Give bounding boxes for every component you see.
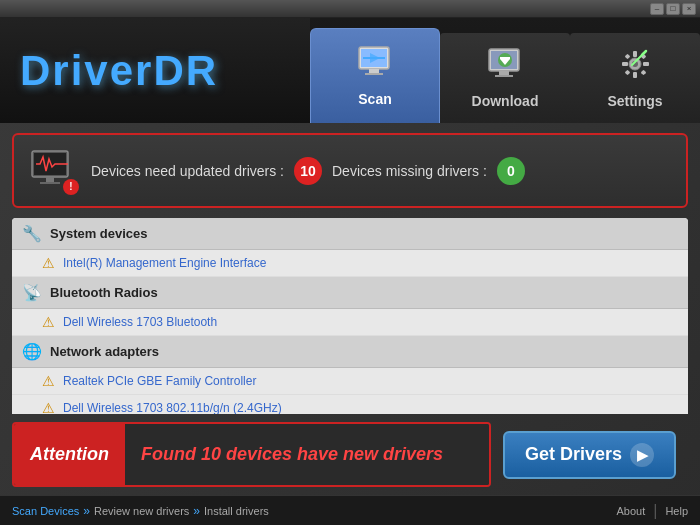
app-logo: DriverDR [20,47,218,95]
category-icon-system: 🔧 [22,224,42,243]
device-name: Intel(R) Management Engine Interface [63,256,266,270]
tab-download[interactable]: Download [440,33,570,123]
device-list[interactable]: 🔧 System devices ⚠ Intel(R) Management E… [12,218,688,414]
device-list-container: 🔧 System devices ⚠ Intel(R) Management E… [12,218,688,414]
logo-area: DriverDR [0,18,310,123]
maximize-button[interactable]: □ [666,3,680,15]
nav-tabs: Scan Download [310,18,700,123]
svg-rect-3 [365,73,383,75]
status-text2: Devices missing drivers : [332,163,487,179]
scan-icon [355,45,395,87]
footer-step-2: Review new drivers [94,505,189,517]
svg-rect-19 [624,54,630,60]
footer-separator-1: » [83,504,90,518]
svg-rect-21 [624,70,630,76]
tab-download-label: Download [472,93,539,109]
footer-links: About | Help [616,502,688,520]
svg-rect-12 [495,75,513,77]
tab-settings[interactable]: Settings [570,33,700,123]
help-link[interactable]: Help [665,505,688,517]
main-container: DriverDR Scan [0,18,700,525]
about-link[interactable]: About [616,505,645,517]
warning-icon: ⚠ [42,400,55,414]
minimize-button[interactable]: – [650,3,664,15]
svg-rect-18 [643,62,649,66]
svg-rect-11 [499,71,509,75]
svg-rect-10 [500,57,510,59]
svg-rect-16 [633,72,637,78]
svg-rect-2 [369,69,379,73]
settings-icon [618,47,653,89]
count-missing: 0 [497,157,525,185]
list-item[interactable]: ⚠ Realtek PCIe GBE Family Controller [12,368,688,395]
category-system-devices: 🔧 System devices [12,218,688,250]
device-name: Dell Wireless 1703 802.11b/g/n (2.4GHz) [63,401,282,414]
svg-rect-17 [622,62,628,66]
get-drivers-button[interactable]: Get Drivers ▶ [503,431,676,479]
footer: Scan Devices » Review new drivers » Inst… [0,495,700,525]
svg-rect-22 [640,70,646,76]
tab-scan-label: Scan [358,91,391,107]
svg-rect-15 [633,51,637,57]
tab-scan[interactable]: Scan [310,28,440,123]
warning-icon: ⚠ [42,255,55,271]
close-button[interactable]: × [682,3,696,15]
attention-bar: Attention Found 10 devices have new driv… [12,422,491,487]
footer-separator-2: » [193,504,200,518]
action-bar: Attention Found 10 devices have new driv… [12,422,688,487]
get-drivers-label: Get Drivers [525,444,622,465]
status-text1: Devices need updated drivers : [91,163,284,179]
status-text: Devices need updated drivers : 10 Device… [91,157,525,185]
footer-step-3: Install drivers [204,505,269,517]
category-icon-bluetooth: 📡 [22,283,42,302]
header: DriverDR Scan [0,18,700,123]
footer-step-1: Scan Devices [12,505,79,517]
attention-message: Found 10 devices have new drivers [125,424,489,485]
tab-settings-label: Settings [607,93,662,109]
list-item[interactable]: ⚠ Dell Wireless 1703 802.11b/g/n (2.4GHz… [12,395,688,414]
category-label-network: Network adapters [50,344,159,359]
device-name: Realtek PCIe GBE Family Controller [63,374,256,388]
category-label-bluetooth: Bluetooth Radios [50,285,158,300]
status-banner: ! Devices need updated drivers : 10 Devi… [12,133,688,208]
category-icon-network: 🌐 [22,342,42,361]
alert-badge: ! [63,179,79,195]
list-item[interactable]: ⚠ Intel(R) Management Engine Interface [12,250,688,277]
footer-divider: | [653,502,657,520]
status-icon-area: ! [30,149,75,193]
warning-icon: ⚠ [42,373,55,389]
list-item[interactable]: ⚠ Dell Wireless 1703 Bluetooth [12,309,688,336]
download-icon [485,47,525,89]
svg-rect-27 [46,177,54,182]
device-name: Dell Wireless 1703 Bluetooth [63,315,217,329]
svg-rect-28 [40,182,60,184]
category-bluetooth: 📡 Bluetooth Radios [12,277,688,309]
arrow-icon: ▶ [630,443,654,467]
category-label-system: System devices [50,226,148,241]
footer-steps: Scan Devices » Review new drivers » Inst… [12,504,269,518]
warning-icon: ⚠ [42,314,55,330]
title-bar: – □ × [0,0,700,18]
count-updated: 10 [294,157,322,185]
category-network: 🌐 Network adapters [12,336,688,368]
attention-label: Attention [14,424,125,485]
